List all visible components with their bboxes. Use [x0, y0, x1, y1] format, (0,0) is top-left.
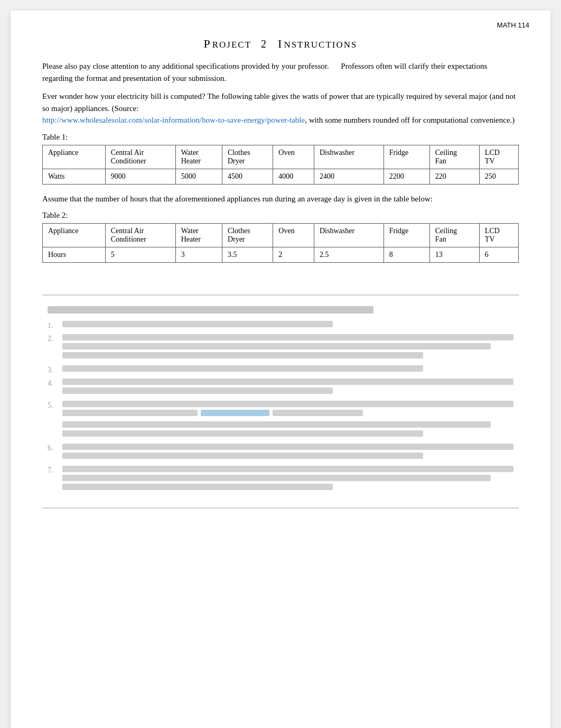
table1-watts-oven: 4000 [273, 169, 314, 184]
blurred-item-3: 3. [48, 365, 513, 374]
table1-watts-central-air: 9000 [105, 169, 175, 184]
middle-text: Assume that the number of hours that the… [42, 193, 519, 205]
intro-paragraph-2: Ever wonder how your electricity bill is… [42, 90, 519, 126]
table1-watts-clothes-dryer: 4500 [222, 169, 273, 184]
table1-watts-dishwasher: 2400 [314, 169, 384, 184]
table2-col-fridge: Fridge [384, 224, 429, 247]
table1-col-oven: Oven [273, 145, 314, 169]
blurred-header [48, 306, 373, 314]
source-link[interactable]: http://www.wholesalesolar.com/solar-info… [42, 116, 305, 124]
table2-hours-central-air: 5 [105, 247, 175, 263]
table2-col-central-air: Central AirConditioner [105, 224, 175, 247]
table2-label: Table 2: [42, 211, 519, 220]
doc-title: PROJECT 2 INSTRUCTIONS [42, 37, 519, 51]
intro-paragraph-1: Please also pay close attention to any a… [42, 60, 519, 84]
table1-col-ceiling-fan: CeilingFan [429, 145, 479, 169]
blurred-item-5: 5. [48, 401, 513, 439]
table1-watts-ceiling-fan: 220 [429, 169, 479, 184]
table2-hours-fridge: 8 [384, 247, 429, 263]
table1-col-water-heater: WaterHeater [175, 145, 222, 169]
table1-col-lcd-tv: LCDTV [479, 145, 518, 169]
table2: Appliance Central AirConditioner WaterHe… [42, 223, 519, 263]
link-suffix: , with some numbers rounded off for comp… [305, 116, 515, 124]
table1-label: Table 1: [42, 133, 519, 142]
table2-hours-lcd-tv: 6 [479, 247, 518, 263]
table2-col-appliance: Appliance [43, 224, 106, 247]
table2-hours-ceiling-fan: 13 [429, 247, 479, 263]
course-label: MATH 114 [497, 21, 529, 29]
table1-watts-lcd-tv: 250 [479, 169, 518, 184]
table1-watts-water-heater: 5000 [175, 169, 222, 184]
table1-row-watts-label: Watts [43, 169, 106, 184]
table2-row-hours-label: Hours [43, 247, 106, 263]
blurred-section: 1. 2. 3. 4. [42, 294, 519, 509]
table2-col-dishwasher: Dishwasher [314, 224, 384, 247]
table1-col-fridge: Fridge [384, 145, 429, 169]
table1: Appliance Central AirConditioner WaterHe… [42, 145, 519, 185]
table2-hours-oven: 2 [273, 247, 314, 263]
table1-col-appliance: Appliance [43, 145, 106, 169]
blurred-item-7: 7. [48, 466, 513, 493]
table1-col-clothes-dryer: ClothesDryer [222, 145, 273, 169]
page: MATH 114 PROJECT 2 INSTRUCTIONS Please a… [11, 11, 550, 728]
table2-col-ceiling-fan: CeilingFan [429, 224, 479, 247]
table1-col-central-air: Central AirConditioner [105, 145, 175, 169]
table1-watts-fridge: 2200 [384, 169, 429, 184]
table2-hours-clothes-dryer: 3.5 [222, 247, 273, 263]
table2-col-lcd-tv: LCDTV [479, 224, 518, 247]
table2-col-clothes-dryer: ClothesDryer [222, 224, 273, 247]
table2-col-oven: Oven [273, 224, 314, 247]
blurred-item-1: 1. [48, 321, 513, 330]
table2-hours-water-heater: 3 [175, 247, 222, 263]
table2-hours-dishwasher: 2.5 [314, 247, 384, 263]
blurred-item-2: 2. [48, 334, 513, 361]
blurred-item-6: 6. [48, 444, 513, 462]
table2-col-water-heater: WaterHeater [175, 224, 222, 247]
table1-col-dishwasher: Dishwasher [314, 145, 384, 169]
blurred-item-4: 4. [48, 379, 513, 397]
